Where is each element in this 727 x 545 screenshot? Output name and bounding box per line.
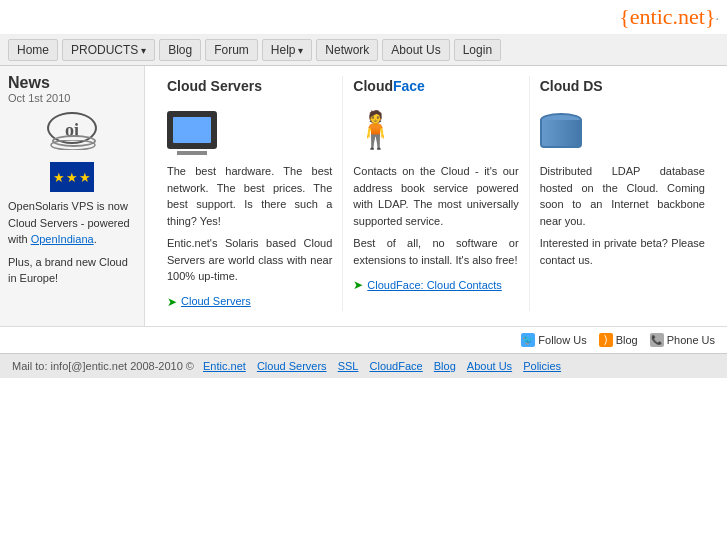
nav-login[interactable]: Login [454,39,501,61]
footer-ssl-link[interactable]: SSL [338,360,359,372]
monitor-icon [167,111,217,149]
cloud-ds-p2: Interested in private beta? Please conta… [540,235,705,268]
logo-brace-open: { [619,4,630,29]
footer-links-bar: 🐦 Follow Us ) Blog 📞 Phone Us [0,326,727,353]
phone-icon: 📞 [650,333,664,347]
cloud-servers-link-container: ➤ Cloud Servers [167,293,332,311]
cloud-servers-p2: Entic.net's Solaris based Cloud Servers … [167,235,332,285]
sidebar-text2: Plus, a brand new Cloud in Europe! [8,254,136,287]
cloud-servers-column: Cloud Servers The best hardware. The bes… [157,76,343,311]
footer-policies-link[interactable]: Policies [523,360,561,372]
openindiana-link[interactable]: OpenIndiana [31,233,94,245]
main-content: Cloud Servers The best hardware. The bes… [145,66,727,326]
cloud-ds-icon [540,105,705,155]
oi-swoosh [47,140,99,150]
follow-us-label: Follow Us [538,334,586,346]
nav-home[interactable]: Home [8,39,58,61]
header: {entic.net}· [0,0,727,35]
rss-icon: ) [599,333,613,347]
cloudface-p2: Best of all, no software or extensions t… [353,235,518,268]
oi-logo: oi [8,112,136,144]
person-icon: 🧍 [353,103,398,157]
phone-us-link[interactable]: 📞 Phone Us [650,333,715,347]
db-body [540,120,582,148]
cloudface-title: CloudFace [353,76,518,97]
cloudface-column: CloudFace 🧍 Contacts on the Cloud - it's… [343,76,529,311]
news-date: Oct 1st 2010 [8,92,136,104]
cloudface-arrow-icon: ➤ [353,276,363,294]
logo-dot: · [716,12,720,27]
database-icon [540,113,582,148]
news-title: News [8,74,136,92]
footer-cloudface-link[interactable]: CloudFace [370,360,423,372]
phone-us-label: Phone Us [667,334,715,346]
footer-cloud-servers-link[interactable]: Cloud Servers [257,360,327,372]
cloud-servers-p1: The best hardware. The best network. The… [167,163,332,229]
nav-forum[interactable]: Forum [205,39,258,61]
blog-link-label: Blog [616,334,638,346]
nav-network[interactable]: Network [316,39,378,61]
eu-stars: ★★★ [53,170,92,185]
footer-about-link[interactable]: About Us [467,360,512,372]
cloud-ds-p1: Distributed LDAP database hosted on the … [540,163,705,229]
logo-brace-close: } [705,4,716,29]
footer-entic-link[interactable]: Entic.net [203,360,246,372]
navbar: Home PRODUCTS Blog Forum Help Network Ab… [0,35,727,66]
blog-link[interactable]: ) Blog [599,333,638,347]
cloud-servers-title: Cloud Servers [167,76,332,97]
cloudface-link[interactable]: CloudFace: Cloud Contacts [367,277,502,294]
sidebar-text1: OpenSolaris VPS is now Cloud Servers - p… [8,198,136,248]
site-logo: {entic.net}· [619,4,719,29]
mail-label: Mail to: info[@]entic.net 2008-2010 © [12,360,194,372]
cloudface-link-container: ➤ CloudFace: Cloud Contacts [353,276,518,294]
cloud-servers-arrow-icon: ➤ [167,293,177,311]
cloudface-icon: 🧍 [353,105,518,155]
nav-help[interactable]: Help [262,39,312,61]
nav-about[interactable]: About Us [382,39,449,61]
eu-flag: ★★★ [50,162,94,192]
sidebar: News Oct 1st 2010 oi ★★★ OpenSolaris VPS… [0,66,145,326]
svg-point-0 [51,140,95,150]
logo-text: entic.net [630,4,705,29]
bottom-footer: Mail to: info[@]entic.net 2008-2010 © En… [0,353,727,378]
cloud-ds-column: Cloud DS Distributed LDAP database hoste… [530,76,715,311]
twitter-icon: 🐦 [521,333,535,347]
footer-blog-link[interactable]: Blog [434,360,456,372]
layout: News Oct 1st 2010 oi ★★★ OpenSolaris VPS… [0,66,727,326]
follow-us-link[interactable]: 🐦 Follow Us [521,333,586,347]
cloudface-p1: Contacts on the Cloud - it's our address… [353,163,518,229]
columns: Cloud Servers The best hardware. The bes… [157,76,715,311]
nav-products[interactable]: PRODUCTS [62,39,155,61]
oi-icon: oi [47,112,97,144]
nav-blog[interactable]: Blog [159,39,201,61]
cloudface-title-blue: Face [393,78,425,94]
cloud-servers-link[interactable]: Cloud Servers [181,293,251,310]
cloud-servers-icon [167,105,332,155]
cloud-ds-title: Cloud DS [540,76,705,97]
monitor-screen [173,117,211,143]
cloudface-title-pre: Cloud [353,78,393,94]
